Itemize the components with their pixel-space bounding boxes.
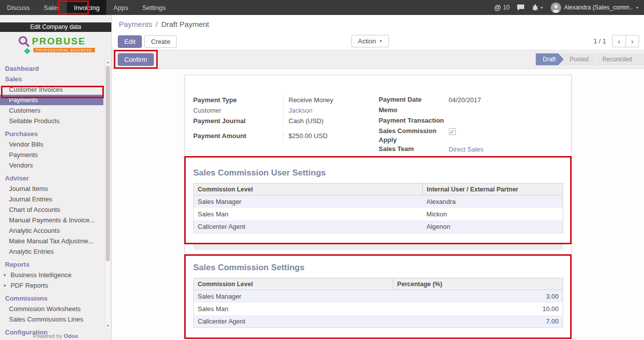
column-header-commission-level[interactable]: Commission Level [194,278,393,290]
breadcrumb-payments[interactable]: Payments [119,20,152,28]
screen: Discuss Sales Invoicing Apps Settings @ … [0,0,644,340]
field-memo: Memo [379,106,564,116]
expand-arrow-icon: ▸ [4,270,8,280]
column-header-percentage[interactable]: Percentage (%) [393,278,563,290]
diamond-icon [24,48,30,54]
payment-transaction-value [449,116,564,127]
commission-settings-table: Commission Level Percentage (%) Sales Ma… [193,278,563,328]
nav-sales[interactable]: Sales [37,0,67,15]
table-row[interactable]: Sales Manager 3.00 [194,290,563,303]
mentions-counter[interactable]: @ 10 [494,3,510,11]
sidebar-item-make-manual-tax-adjustment[interactable]: Make Manual Tax Adjustme... [0,236,103,246]
nav-apps[interactable]: Apps [106,0,135,15]
avatar [551,2,561,13]
user-settings-table: Commission Level Internal User / Externa… [193,183,563,233]
nav-discuss[interactable]: Discuss [0,0,37,15]
column-header-commission-level[interactable]: Commission Level [194,183,423,195]
sidebar-item-sellable-products[interactable]: Sellable Products [0,116,103,126]
sidebar-header-adviser[interactable]: Adviser [0,173,103,183]
pager-next-button[interactable]: › [626,35,639,47]
table-row[interactable]: Sales Man 10.00 [194,303,563,315]
status-step-draft[interactable]: Draft [536,53,564,65]
sidebar-header-sales[interactable]: Sales [0,74,103,84]
company-logo[interactable]: PROBUSE PROFESSIONAL BUSINESS [18,35,111,61]
sidebar-item-chart-of-accounts[interactable]: Chart of Accounts [0,204,103,215]
scroll-down-icon[interactable]: ▼ [105,324,110,328]
systray: @ 10 ▼ Alexandra (Sales_comm.. ▼ [494,2,644,13]
caret-down-icon: ▼ [540,6,544,9]
sidebar-item-customer-invoices[interactable]: Customer Invoices [0,84,103,95]
messages-icon[interactable] [517,4,525,11]
sidebar-item-analytic-entries[interactable]: Analytic Entries [0,246,103,257]
sidebar: Edit Company data PROBUSE PROFESSIONAL B… [0,15,112,340]
statusbar: Confirm Draft Posted Reconciled [112,50,644,69]
edit-button[interactable]: Edit [118,35,142,48]
sidebar-item-commission-worksheets[interactable]: Commission Worksheets [0,304,103,314]
sidebar-item-journal-entries[interactable]: Journal Entries [0,194,103,204]
sidebar-item-vendors[interactable]: Vendors [0,160,103,170]
form-left-column: Payment Type Receive Money Customer Jack… [193,95,378,155]
breadcrumb: Payments / Draft Payment [112,15,644,33]
field-payment-amount: Payment Amount $250.00 USD [193,131,378,142]
pager-previous-button[interactable]: ‹ [612,35,626,47]
table-row[interactable]: Callcenter Agent Algenon [194,220,563,233]
form-right-column: Payment Date 04/20/2017 Memo Payment Tra… [379,95,564,155]
sidebar-item-analytic-accounts[interactable]: Analytic Accounts [0,225,103,236]
sidebar-item-journal-items[interactable]: Journal Items [0,183,103,194]
action-dropdown[interactable]: Action ▼ [351,35,389,47]
logo-text: PROBUSE [32,36,86,47]
sales-team-link[interactable]: Direct Sales [449,146,484,153]
nav-settings[interactable]: Settings [135,0,173,15]
table-row[interactable]: Sales Manager Alexandra [194,195,563,208]
field-payment-transaction: Payment Transaction [379,116,564,127]
customer-link[interactable]: Jackson [289,107,313,114]
sidebar-header-reports[interactable]: Reports [0,259,103,270]
sidebar-item-manual-payments-invoice[interactable]: Manual Payments & Invoice... [0,215,103,225]
payment-type-value: Receive Money [283,95,378,106]
pager: 1 / 1 ‹ › [594,35,639,47]
main-menu: Discuss Sales Invoicing Apps Settings [0,0,173,15]
confirm-button[interactable]: Confirm [118,53,154,66]
odoo-link[interactable]: Odoo [64,333,78,339]
payment-form: Payment Type Receive Money Customer Jack… [193,95,563,155]
edit-company-button[interactable]: Edit Company data [0,22,111,32]
scrollbar-thumb[interactable] [106,66,110,261]
nav-invoicing[interactable]: Invoicing [67,0,106,15]
user-menu[interactable]: Alexandra (Sales_comm.. ▼ [551,2,639,13]
sales-commission-apply-checkbox[interactable]: ✓ [449,128,456,135]
sidebar-item-pdf-reports[interactable]: ▸PDF Reports [0,280,103,291]
main-content: Payments / Draft Payment Edit Create Act… [112,15,644,340]
pager-value: 1 / 1 [594,37,606,45]
section-spacer [193,243,563,250]
sidebar-item-business-intelligence[interactable]: ▸Business Intelligence [0,270,103,280]
column-header-internal-user[interactable]: Internal User / External Partner [422,183,563,195]
table-row[interactable]: Callcenter Agent 7.00 [194,315,563,328]
field-payment-type: Payment Type Receive Money [193,95,378,106]
magnifier-icon [18,35,30,47]
breadcrumb-separator: / [156,20,158,28]
status-step-posted[interactable]: Posted [560,53,596,65]
sidebar-item-vendor-payments[interactable]: Payments [0,150,103,160]
status-steps: Draft Posted Reconciled [536,53,644,65]
secondary-menu: Dashboard Sales Customer Invoices Paymen… [0,63,103,338]
at-icon: @ [494,3,501,11]
sidebar-scrollbar[interactable]: ▲ ▼ [105,59,111,329]
field-sales-team: Sales Team Direct Sales [379,145,564,155]
create-button[interactable]: Create [144,35,177,48]
sidebar-item-customers[interactable]: Customers [0,105,103,116]
table-row[interactable]: Sales Man Mickon [194,208,563,220]
sidebar-header-dashboard[interactable]: Dashboard [0,63,103,74]
sidebar-header-purchases[interactable]: Purchases [0,129,103,139]
debug-menu[interactable]: ▼ [532,4,544,11]
sidebar-header-commissions[interactable]: Commissions [0,293,103,304]
control-panel: Edit Create Action ▼ 1 / 1 ‹ › [112,33,644,50]
bug-icon [532,4,539,11]
field-payment-journal: Payment Journal Cash (USD) [193,116,378,127]
scroll-up-icon[interactable]: ▲ [105,60,110,64]
sidebar-item-vendor-bills[interactable]: Vendor Bills [0,139,103,150]
status-step-reconciled[interactable]: Reconciled [593,53,644,65]
sidebar-item-payments[interactable]: Payments [0,95,103,105]
sidebar-item-sales-commissions-lines[interactable]: Sales Commissions Lines [0,314,103,325]
field-customer: Customer Jackson [193,106,378,116]
payment-journal-value: Cash (USD) [283,116,378,127]
